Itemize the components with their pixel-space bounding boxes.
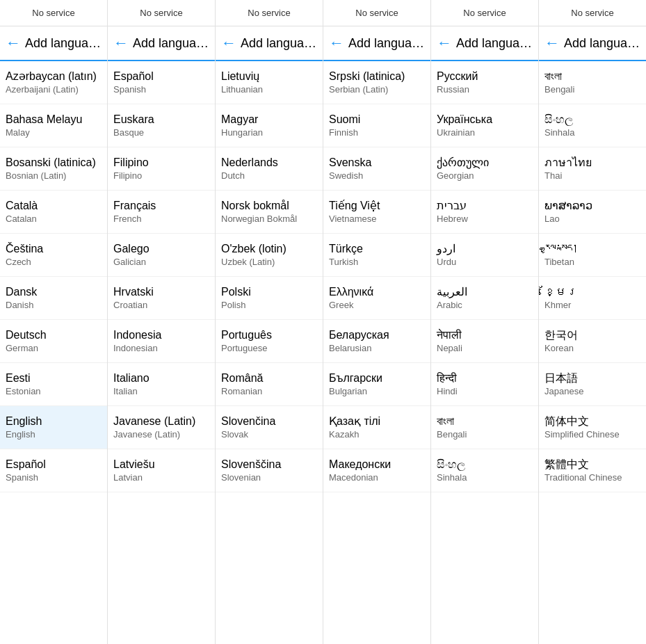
language-list-2: LietuviųLithuanianMagyarHungarianNederla… xyxy=(216,61,323,644)
list-item[interactable]: УкраїнськаUkrainian xyxy=(431,104,538,147)
language-native-name: 繁體中文 xyxy=(544,458,640,472)
language-english-name: Turkish xyxy=(329,257,425,268)
list-item[interactable]: Javanese (Latin)Javanese (Latin) xyxy=(108,406,215,449)
list-item[interactable]: MagyarHungarian xyxy=(216,104,323,147)
language-english-name: Thai xyxy=(544,170,640,182)
list-item[interactable]: PortuguêsPortuguese xyxy=(216,320,323,363)
list-item[interactable]: LatviešuLatvian xyxy=(108,449,215,492)
list-item[interactable]: EuskaraBasque xyxy=(108,104,215,147)
list-item[interactable]: БеларускаяBelarusian xyxy=(323,320,430,363)
list-item[interactable]: O'zbek (lotin)Uzbek (Latin) xyxy=(216,234,323,277)
status-segment-1: No service xyxy=(108,0,216,26)
list-item[interactable]: IndonesiaIndonesian xyxy=(108,320,215,363)
list-item[interactable]: ქართულიGeorgian xyxy=(431,147,538,191)
back-button-5[interactable]: ← xyxy=(544,34,560,52)
list-item[interactable]: LietuviųLithuanian xyxy=(216,61,323,104)
list-item[interactable]: Bosanski (latinica)Bosnian (Latin) xyxy=(0,147,107,191)
list-item[interactable]: EspañolSpanish xyxy=(108,61,215,104)
list-item[interactable]: CatalàCatalan xyxy=(0,191,107,234)
list-item[interactable]: বাংলাBengali xyxy=(539,61,646,104)
language-native-name: Italiano xyxy=(113,371,209,386)
list-item[interactable]: ČeštinaCzech xyxy=(0,234,107,277)
column-3: ←Add languageSrpski (latinica)Serbian (L… xyxy=(323,26,431,644)
list-item[interactable]: Azərbaycan (latın)Azerbaijani (Latin) xyxy=(0,61,107,104)
list-item[interactable]: 日本語Japanese xyxy=(539,363,646,406)
language-english-name: Galician xyxy=(113,257,209,268)
header-title-2: Add language xyxy=(241,36,317,51)
back-button-4[interactable]: ← xyxy=(437,34,452,52)
list-item[interactable]: Srpski (latinica)Serbian (Latin) xyxy=(323,61,430,104)
status-segment-2: No service xyxy=(216,0,323,26)
list-item[interactable]: SlovenčinaSlovak xyxy=(216,406,323,449)
language-native-name: Latviešu xyxy=(113,458,209,472)
language-native-name: Nederlands xyxy=(221,156,317,170)
back-button-3[interactable]: ← xyxy=(329,34,344,52)
language-native-name: Tiếng Việt xyxy=(329,199,425,214)
language-native-name: Polski xyxy=(221,285,317,300)
list-item[interactable]: EspañolSpanish xyxy=(0,449,107,492)
language-native-name: Deutsch xyxy=(6,328,102,343)
list-item[interactable]: Norsk bokmålNorwegian Bokmål xyxy=(216,191,323,234)
back-button-1[interactable]: ← xyxy=(113,34,129,52)
list-item[interactable]: සිංහලSinhala xyxy=(539,104,646,147)
list-item[interactable]: ខ្មែរKhmer xyxy=(539,277,646,320)
list-item[interactable]: नेपालीNepali xyxy=(431,320,538,363)
list-item[interactable]: TürkçeTurkish xyxy=(323,234,430,277)
language-english-name: Swedish xyxy=(329,170,425,182)
list-item[interactable]: FrançaisFrench xyxy=(108,191,215,234)
list-item[interactable]: EestiEstonian xyxy=(0,363,107,406)
list-item[interactable]: Tiếng ViệtVietnamese xyxy=(323,191,430,234)
language-english-name: Ukrainian xyxy=(437,127,533,139)
list-item[interactable]: EnglishEnglish xyxy=(0,406,107,449)
language-native-name: Svenska xyxy=(329,156,425,170)
language-list-1: EspañolSpanishEuskaraBasqueFilipinoFilip… xyxy=(108,61,215,644)
list-item[interactable]: РусскийRussian xyxy=(431,61,538,104)
list-item[interactable]: Қазақ тіліKazakh xyxy=(323,406,430,449)
language-english-name: Bengali xyxy=(437,429,533,441)
list-item[interactable]: हिन्दीHindi xyxy=(431,363,538,406)
language-native-name: Bosanski (latinica) xyxy=(6,156,102,170)
language-english-name: Slovak xyxy=(221,429,317,441)
list-item[interactable]: GalegoGalician xyxy=(108,234,215,277)
list-item[interactable]: МакедонскиMacedonian xyxy=(323,449,430,492)
list-item[interactable]: ພາສາລາວLao xyxy=(539,191,646,234)
language-english-name: Macedonian xyxy=(329,472,425,484)
language-english-name: Khmer xyxy=(544,300,640,312)
list-item[interactable]: PolskiPolish xyxy=(216,277,323,320)
back-button-0[interactable]: ← xyxy=(6,34,21,52)
list-item[interactable]: FilipinoFilipino xyxy=(108,147,215,191)
list-item[interactable]: SuomiFinnish xyxy=(323,104,430,147)
list-item[interactable]: DanskDanish xyxy=(0,277,107,320)
language-native-name: Español xyxy=(113,70,209,84)
header-title-5: Add language xyxy=(564,36,640,51)
back-button-2[interactable]: ← xyxy=(221,34,236,52)
list-item[interactable]: NederlandsDutch xyxy=(216,147,323,191)
list-item[interactable]: עבריתHebrew xyxy=(431,191,538,234)
language-native-name: עברית xyxy=(437,199,533,214)
list-item[interactable]: SvenskaSwedish xyxy=(323,147,430,191)
list-item[interactable]: HrvatskiCroatian xyxy=(108,277,215,320)
list-item[interactable]: 繁體中文Traditional Chinese xyxy=(539,449,646,492)
language-native-name: Français xyxy=(113,199,209,214)
language-english-name: Sinhala xyxy=(437,472,533,484)
column-header-2: ←Add language xyxy=(216,26,323,61)
language-english-name: Italian xyxy=(113,386,209,398)
list-item[interactable]: RomânăRomanian xyxy=(216,363,323,406)
list-item[interactable]: اردوUrdu xyxy=(431,234,538,277)
list-item[interactable]: БългарскиBulgarian xyxy=(323,363,430,406)
list-item[interactable]: ภาษาไทยThai xyxy=(539,147,646,191)
list-item[interactable]: SlovenščinaSlovenian xyxy=(216,449,323,492)
language-native-name: ພາສາລາວ xyxy=(544,199,640,214)
list-item[interactable]: ItalianoItalian xyxy=(108,363,215,406)
language-english-name: Portuguese xyxy=(221,343,317,355)
list-item[interactable]: 한국어Korean xyxy=(539,320,646,363)
list-item[interactable]: DeutschGerman xyxy=(0,320,107,363)
list-item[interactable]: العربيةArabic xyxy=(431,277,538,320)
language-english-name: Traditional Chinese xyxy=(544,472,640,484)
list-item[interactable]: ΕλληνικάGreek xyxy=(323,277,430,320)
list-item[interactable]: 简体中文Simplified Chinese xyxy=(539,406,646,449)
list-item[interactable]: རྒྱལ་སྐད།Tibetan xyxy=(539,234,646,277)
list-item[interactable]: Bahasa MelayuMalay xyxy=(0,104,107,147)
list-item[interactable]: বাংলাBengali xyxy=(431,406,538,449)
list-item[interactable]: සිංහලSinhala xyxy=(431,449,538,492)
